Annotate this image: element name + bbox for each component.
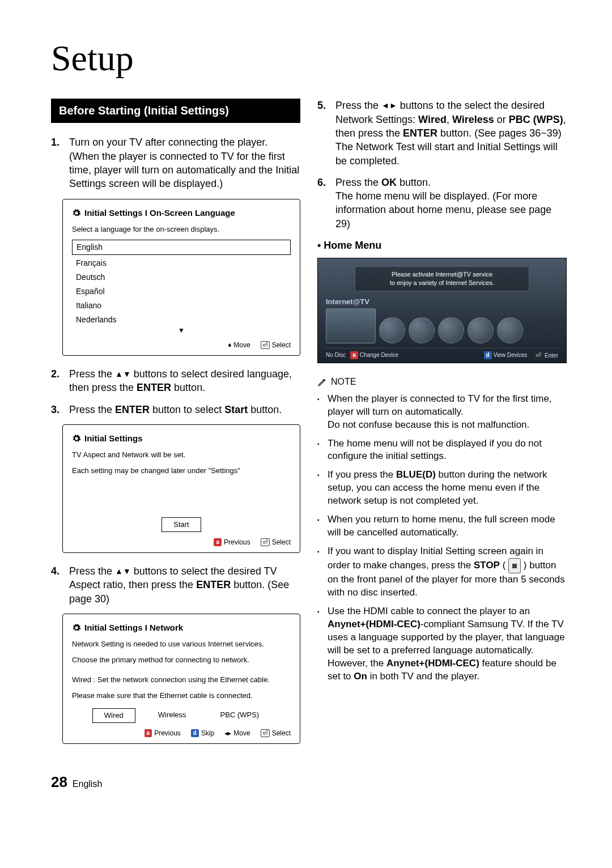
language-list: English Français Deutsch Español Italian… [72,240,291,335]
home-tile-icon[interactable] [379,317,405,343]
enter-icon: ⏎ [534,351,543,359]
step-number: 4. [51,564,63,606]
key-a-icon: a [144,729,152,737]
language-option[interactable]: Nederlands [72,313,291,327]
step-1: 1. Turn on your TV after connecting the … [51,135,300,190]
network-pbc-button[interactable]: PBC (WPS) [209,708,271,723]
footer-select: Select [272,729,291,738]
home-tile-large[interactable] [326,308,376,343]
figure-language-select: Initial Settings I On-Screen Language Se… [62,199,300,356]
chapter-title: Setup [51,34,567,83]
figure-description: Each setting may be changed later under … [72,466,291,476]
step-text: Press the ◄► buttons to the select the d… [335,99,567,167]
gear-icon [72,623,81,632]
step-number: 5. [317,99,330,167]
step-5: 5. Press the ◄► buttons to the select th… [317,99,567,167]
notes-list: ▪ When the player is connected to TV for… [317,393,567,683]
pencil-icon [317,377,328,387]
step-text: Press the ▲▼ buttons to select the desir… [69,564,300,606]
network-wired-button[interactable]: Wired [92,708,135,723]
footer-select: Select [272,538,291,547]
steps-list-left: 1. Turn on your TV after connecting the … [51,135,300,190]
page-number: 28 [51,773,67,790]
figure-home-menu: Please activate Internet@TV service to e… [317,258,567,363]
figure-description: Choose the primary method for connecting… [72,655,291,665]
step-number: 3. [51,403,63,416]
language-option[interactable]: Español [72,284,291,299]
figure-start: Initial Settings TV Aspect and Network w… [62,424,300,553]
step-2: 2. Press the ▲▼ buttons to select desire… [51,367,300,395]
note-item: ▪ If you press the BLUE(D) button during… [317,469,567,508]
step-3: 3. Press the ENTER button to select Star… [51,403,300,416]
footer-previous: Previous [154,729,181,738]
enter-icon: ⏎ [261,729,270,737]
home-label: Internet@TV [326,297,558,307]
home-tile-icon[interactable] [409,317,435,343]
home-tiles [326,308,558,343]
note-item: ▪ If you want to display Initial Setting… [317,545,567,599]
footer-select: Select [272,341,291,350]
figure-title-row: Initial Settings [72,433,291,444]
note-item: ▪ When you return to home menu, the full… [317,513,567,539]
steps-list-left-3: 4. Press the ▲▼ buttons to select the de… [51,564,300,606]
step-text: Turn on your TV after connecting the pla… [69,135,300,190]
step-6: 6. Press the OK button. The home menu wi… [317,176,567,231]
step-text: Press the OK button. The home menu will … [335,176,567,231]
home-tile-icon[interactable] [468,317,494,343]
note-label: NOTE [331,376,356,388]
home-tile-icon[interactable] [497,317,523,343]
figure-title-row: Initial Settings I Network [72,622,291,633]
home-banner: Please activate Internet@TV service to e… [355,266,529,291]
left-column: Before Starting (Initial Settings) 1. Tu… [51,99,300,755]
note-heading: NOTE [317,376,567,388]
home-footer: No Disc a Change Device d View Devices ⏎… [326,348,558,360]
language-option[interactable]: Français [72,256,291,270]
figure-description: Please make sure that the Ethernet cable… [72,691,291,701]
figure-footer: a Previous d Skip ◂▸ Move ⏎ Select [72,729,291,738]
step-number: 1. [51,135,63,190]
enter-icon: ⏎ [261,538,270,546]
figure-title: Initial Settings I Network [84,622,183,633]
enter-icon: ⏎ [261,341,270,349]
footer-previous: Previous [224,538,250,547]
gear-icon [72,209,81,218]
step-text: Press the ▲▼ buttons to select desired l… [69,367,300,395]
step-4: 4. Press the ▲▼ buttons to select the de… [51,564,300,606]
key-d-icon: d [484,351,492,359]
footer-skip: Skip [201,729,214,738]
updown-arrows-icon: ▲▼ [115,567,131,576]
right-column: 5. Press the ◄► buttons to the select th… [317,99,567,755]
gear-icon [72,434,81,443]
start-button[interactable]: Start [162,517,201,532]
language-option[interactable]: Deutsch [72,270,291,284]
steps-list-right: 5. Press the ◄► buttons to the select th… [317,99,567,231]
figure-description: Wired : Set the network connection using… [72,675,291,685]
steps-list-left-2: 2. Press the ▲▼ buttons to select desire… [51,367,300,416]
leftright-icon: ◂▸ [224,729,231,738]
updown-icon: ♦ [228,341,231,350]
network-wireless-button[interactable]: Wireless [147,708,198,723]
note-item: ▪ The home menu will not be displayed if… [317,437,567,463]
note-item: ▪ Use the HDMI cable to connect the play… [317,605,567,683]
chevron-down-icon: ▼ [72,326,291,335]
footer-language: English [73,779,102,789]
footer-move: Move [233,341,250,350]
note-item: ▪ When the player is connected to TV for… [317,393,567,432]
key-a-icon: a [214,538,222,546]
footer-move: Move [233,729,250,738]
language-option[interactable]: Italiano [72,299,291,313]
stop-button-icon [508,558,521,573]
key-a-icon: a [350,351,358,359]
step-text: Press the ENTER button to select Start b… [69,403,300,416]
home-tile-icon[interactable] [438,317,464,343]
home-menu-heading: • Home Menu [317,239,567,252]
leftright-arrows-icon: ◄► [381,101,397,110]
figure-description: Network Setting is needed to use various… [72,639,291,649]
language-option-selected[interactable]: English [72,240,291,255]
updown-arrows-icon: ▲▼ [115,369,131,378]
page-footer: 28 English [51,772,567,792]
home-footer-left: No Disc a Change Device [326,351,398,359]
figure-description: Select a language for the on-screen disp… [72,224,291,235]
key-d-icon: d [191,729,199,737]
figure-network: Initial Settings I Network Network Setti… [62,614,300,744]
